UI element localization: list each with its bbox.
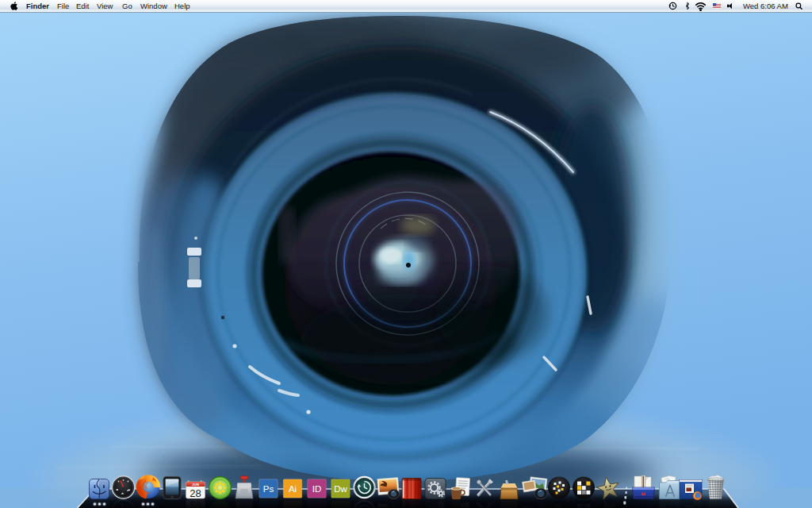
svg-text:Ai: Ai (289, 484, 297, 494)
svg-text:Dw: Dw (334, 484, 347, 494)
svg-text:ID: ID (312, 484, 322, 494)
svg-text:Ps: Ps (263, 484, 274, 494)
svg-text:JUN: JUN (192, 483, 199, 487)
svg-text:28: 28 (190, 487, 201, 499)
